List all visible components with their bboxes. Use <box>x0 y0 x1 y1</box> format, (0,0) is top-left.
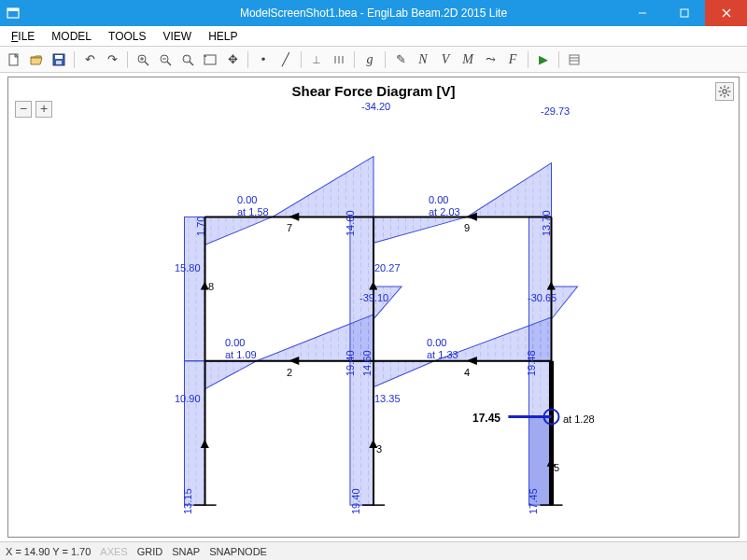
new-button[interactable] <box>4 49 24 70</box>
svg-marker-30 <box>205 217 273 245</box>
menu-view[interactable]: VIEW <box>156 28 200 45</box>
zoom-out-button[interactable] <box>155 49 176 70</box>
self-weight-button[interactable]: g <box>359 49 380 70</box>
edit-button[interactable]: ✎ <box>390 49 411 70</box>
svg-rect-9 <box>56 61 62 64</box>
label-top-left-min: -34.20 <box>361 101 390 113</box>
svg-point-57 <box>723 90 726 93</box>
plot-settings-button[interactable] <box>715 82 734 101</box>
label-col1-mid: 15.80 <box>175 262 201 274</box>
label-col1-top: 1.70 <box>195 217 207 236</box>
svg-line-11 <box>145 62 148 65</box>
open-button[interactable] <box>26 49 47 70</box>
gear-icon <box>718 85 731 98</box>
status-snap[interactable]: SNAP <box>172 546 200 557</box>
menu-model[interactable]: MODEL <box>44 28 99 45</box>
label-beam-top-right-zero: 0.00 at 2.03 <box>429 194 460 217</box>
canvas[interactable]: Shear Force Diagram [V] <box>7 77 740 538</box>
status-snapnode[interactable]: SNAPNODE <box>209 546 267 557</box>
label-col1-base: 13.15 <box>182 488 194 514</box>
workarea: Shear Force Diagram [V] <box>0 73 747 541</box>
zoom-minus-button[interactable]: − <box>15 101 32 118</box>
svg-marker-34 <box>205 361 257 389</box>
svg-rect-19 <box>184 56 190 62</box>
label-col3-base: 17.45 <box>528 488 540 514</box>
label-beam-bot-left-zero: 0.00 at 1.09 <box>225 337 257 360</box>
label-col3-mid: -30.65 <box>528 292 557 304</box>
label-col2-bot2: 14.60 <box>361 350 374 376</box>
svg-line-62 <box>720 87 722 89</box>
label-col1-bot: 10.90 <box>175 393 201 405</box>
svg-marker-29 <box>205 157 374 217</box>
reactions-button[interactable]: F <box>502 49 523 70</box>
statusbar: X = 14.90 Y = 1.70 AXES GRID SNAP SNAPNO… <box>0 541 747 560</box>
undo-button[interactable]: ↶ <box>79 49 100 70</box>
zoom-window-button[interactable] <box>177 49 198 70</box>
label-col2-top: 14.60 <box>345 210 357 236</box>
svg-rect-40 <box>350 361 374 505</box>
moment-diagram-button[interactable]: M <box>458 49 478 70</box>
deformation-button[interactable]: ⤳ <box>480 49 500 70</box>
member-4: 4 <box>464 367 470 379</box>
toolbar: ↶ ↷ ✥ • ╱ ⟂ g ✎ N V M ⤳ F ▶ <box>0 47 747 73</box>
label-col2-bot: 19.40 <box>345 350 357 376</box>
menu-help[interactable]: HELP <box>201 28 245 45</box>
zoom-fit-button[interactable] <box>200 49 220 70</box>
shear-diagram-button[interactable]: V <box>435 49 456 70</box>
highlight-value: 17.45 <box>472 412 500 425</box>
label-col2-base: 19.40 <box>350 488 362 514</box>
close-button[interactable] <box>705 0 747 26</box>
zoom-in-button[interactable] <box>133 49 153 70</box>
label-top-right-min: -29.73 <box>541 105 570 118</box>
zoom-plus-button[interactable]: + <box>35 101 52 118</box>
svg-line-18 <box>190 62 193 65</box>
label-col2-mid: 20.27 <box>374 262 401 274</box>
maximize-button[interactable] <box>663 0 705 26</box>
member-5: 5 <box>554 462 559 474</box>
svg-line-15 <box>167 62 171 65</box>
svg-rect-24 <box>570 55 579 64</box>
member-8l: 8 <box>208 281 214 293</box>
svg-marker-36 <box>374 361 434 387</box>
app-icon <box>6 6 21 21</box>
svg-rect-38 <box>184 361 204 505</box>
redo-button[interactable]: ↷ <box>102 49 122 70</box>
minimize-button[interactable] <box>621 0 663 26</box>
menu-file[interactable]: FILE <box>4 28 42 45</box>
status-axes[interactable]: AXES <box>100 546 127 557</box>
svg-marker-32 <box>374 217 467 243</box>
status-grid[interactable]: GRID <box>137 546 163 557</box>
label-beam-top-left-zero: 0.00 at 1.58 <box>237 194 269 217</box>
menubar: FILE MODEL TOOLS VIEW HELP <box>0 26 747 47</box>
member-3: 3 <box>376 443 382 455</box>
save-button[interactable] <box>49 49 69 70</box>
status-coords: X = 14.90 Y = 1.70 <box>6 546 91 557</box>
label-col2-mid2: -39.10 <box>359 292 388 304</box>
member-9: 9 <box>464 222 470 234</box>
svg-rect-8 <box>55 55 63 59</box>
axial-diagram-button[interactable]: N <box>413 49 433 70</box>
svg-line-65 <box>720 94 722 96</box>
svg-line-63 <box>727 94 729 96</box>
element-button[interactable]: ╱ <box>275 49 296 70</box>
member-2: 2 <box>287 367 292 379</box>
highlight-at: at 1.28 <box>563 413 595 426</box>
member-7: 7 <box>287 222 292 234</box>
svg-marker-35 <box>374 317 551 361</box>
pan-button[interactable]: ✥ <box>222 49 243 70</box>
svg-line-64 <box>727 87 729 89</box>
results-button[interactable] <box>564 49 585 70</box>
support-button[interactable]: ⟂ <box>306 49 327 70</box>
load-point-button[interactable] <box>329 49 349 70</box>
label-col2-neg: 13.35 <box>374 393 401 405</box>
node-button[interactable]: • <box>253 49 274 70</box>
svg-marker-31 <box>374 163 551 217</box>
label-beam-bot-right-zero: 0.00 at 1.33 <box>427 337 458 360</box>
analyze-button[interactable]: ▶ <box>533 49 554 70</box>
label-col3-top: 13.70 <box>541 210 553 236</box>
label-col3-bot: 19.48 <box>526 350 538 376</box>
svg-rect-3 <box>681 9 688 17</box>
titlebar: ModelScreenShot1.bea - EngiLab Beam.2D 2… <box>0 0 747 26</box>
menu-tools[interactable]: TOOLS <box>101 28 153 45</box>
shear-diagram-svg <box>8 77 739 537</box>
